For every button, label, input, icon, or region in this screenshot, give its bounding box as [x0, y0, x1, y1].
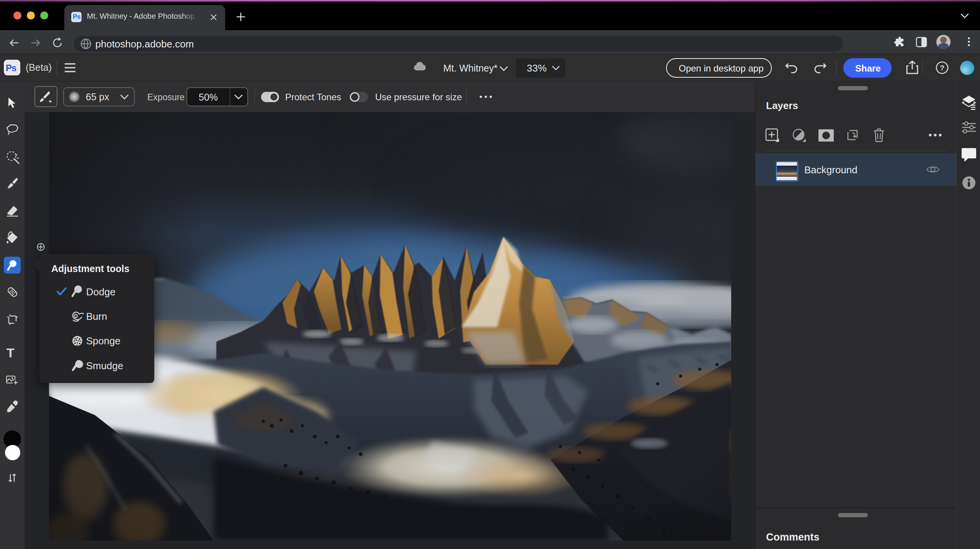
- svg-text:?: ?: [940, 64, 944, 72]
